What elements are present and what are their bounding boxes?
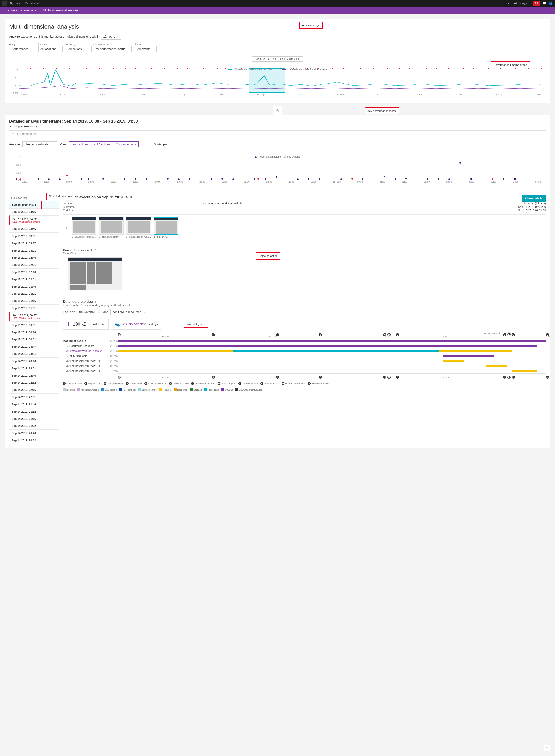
exec-item[interactable]: Sep 15 2019, 03:31 [9,233,59,240]
scatter-point[interactable] [319,178,320,180]
scatter-plot[interactable]: 30 s 20 s 10 s 0 ms 17:0017:3018:0018:30… [9,155,546,190]
exec-item[interactable]: Sep 15 2019, 02:46 [9,254,59,261]
exec-item[interactable]: Sep 15 2019, 02:31 [9,261,59,268]
scatter-point[interactable] [308,178,309,180]
waterfall-row[interactable]: /af-link-handler.html?ie=UTF-8&pl=%7B...… [63,363,546,368]
scatter-point[interactable] [88,178,89,180]
scatter-point[interactable] [470,178,472,180]
event-select[interactable]: All events⌄ [135,46,157,52]
scatter-point[interactable] [135,178,136,180]
exec-item[interactable]: Sep 15 2019, 01:31 [9,290,59,297]
screenshot-thumb[interactable]: 2 - click on "Search" [99,217,124,238]
exec-item[interactable]: Sep 14 2019, 23:16 [9,358,59,365]
scatter-point[interactable] [211,178,212,180]
exec-item[interactable]: Sep 15 2019, 00:01 [9,336,59,343]
waterfall-chart[interactable]: User interaction possible NRFSHIDCLLUV19… [63,333,546,379]
scatter-point[interactable] [59,178,60,180]
close-details-button[interactable]: Close details [522,195,546,202]
exec-item[interactable]: Sep 14 2019, 22:32 [9,379,59,386]
exec-item[interactable]: Sep 14 2019, 23:01 [9,365,59,372]
tab-load-actions[interactable]: Load actions [69,142,91,147]
exec-item[interactable]: Sep 15 2019, 04:021305 - Wait network ti… [9,215,59,225]
problems-badge[interactable]: 11 [533,1,540,6]
group-select[interactable]: don't group resources⌄ [110,309,147,315]
exec-item[interactable]: Sep 15 2019, 03:46 [9,225,59,233]
waterfall-row[interactable]: loading of page /s2.24 s [63,338,546,343]
exec-item[interactable]: Sep 14 2019, 22:16 [9,386,59,393]
timeline-selection[interactable] [249,68,285,93]
scatter-point[interactable] [405,178,407,179]
scatter-point[interactable] [124,178,125,180]
exec-item[interactable]: Sep 14 2019, 22:01 [9,393,59,401]
transfer-size-box[interactable]: ⬇ 190 kB Transfer size [63,319,109,330]
exec-item[interactable]: Sep 14 2019, 21:32 [9,408,59,415]
exec-item[interactable]: Sep 15 2019, 04:31 [9,201,59,208]
focus-select[interactable]: full waterfall⌄ [77,309,101,315]
tab-xhr-actions[interactable]: XHR actions [91,142,113,147]
visually-complete-box[interactable]: 👟 Visually complete findings [111,319,162,330]
scatter-point[interactable] [189,178,190,180]
exec-item[interactable]: Sep 14 2019, 21:16 [9,415,59,422]
scatter-point[interactable] [503,178,504,180]
breadcrumb-monitor[interactable]: amazon.in [20,9,40,12]
scatter-point[interactable] [362,178,364,180]
scatter-point[interactable] [257,178,259,180]
exec-item[interactable]: Sep 15 2019, 01:01 [9,304,59,312]
scatter-point[interactable] [254,178,255,180]
scatter-point[interactable] [340,178,342,180]
perf-metric-select[interactable]: Key performance metric⌄ [91,46,131,52]
scatter-point[interactable] [221,178,223,180]
scatter-point[interactable] [492,178,494,180]
exec-item[interactable]: Sep 15 2019, 00:471305 - Wait network ti… [9,312,59,321]
scatter-point[interactable] [48,178,50,180]
scatter-point[interactable] [449,178,450,180]
waterfall-row[interactable]: /af-link-handler.html?ie=UTF-8&pl=%7B...… [63,368,546,373]
exec-item[interactable]: Sep 14 2019, 23:31 [9,350,59,358]
scatter-point[interactable] [351,178,353,180]
scatter-point[interactable] [394,178,396,180]
carousel-next-icon[interactable]: › [540,225,545,230]
scatter-point[interactable] [66,175,68,176]
logo-icon[interactable] [2,1,7,6]
scatter-point[interactable] [438,178,439,180]
exec-item[interactable]: Sep 14 2019, 22:46 [9,372,59,379]
exec-item[interactable]: Sep 15 2019, 02:01 [9,276,59,283]
waterfall-row[interactable]: ⌄Document Requests2.18 s [63,343,546,348]
analyze-metric-select[interactable]: User action duration⌄ [23,141,57,148]
exec-item[interactable]: Sep 15 2019, 02:16 [9,268,59,276]
timeframe-selector[interactable]: Last 7 days [512,2,527,5]
scatter-point[interactable] [38,178,39,180]
carousel-prev-icon[interactable]: ‹ [64,225,69,230]
scatter-point[interactable] [427,178,428,180]
exec-item[interactable]: Sep 14 2019, 20:46 [9,429,59,437]
scatter-point[interactable] [265,178,266,180]
performance-timeline[interactable]: 7.5 s 5 s 2.5 s 0 ms 12. Sep12:0013. Sep… [9,68,546,103]
scatter-point[interactable] [19,178,21,180]
scatter-point[interactable] [275,176,277,178]
search-icon[interactable]: 🔍 [9,2,13,5]
scatter-point[interactable] [178,178,180,180]
user-icon[interactable]: 👥 [549,2,553,5]
zoom-reset-icon[interactable]: ⊖ [272,107,283,115]
timeframe-next-icon[interactable]: › [529,2,530,5]
screenshot-thumb[interactable]: 3 - keystrokes on "Search" [126,217,151,238]
exec-item[interactable]: Sep 15 2019, 03:17 [9,240,59,247]
exec-item[interactable]: Sep 15 2019, 00:16 [9,329,59,336]
scatter-point[interactable] [514,178,516,180]
breadcrumb-synthetic[interactable]: Synthetic [2,9,20,12]
exec-item[interactable]: Sep 15 2019, 03:01 [9,247,59,254]
timeframe-prev-icon[interactable]: ‹ [508,2,509,5]
chat-icon[interactable]: 💬 [543,2,546,5]
location-select[interactable]: All locations⌄ [38,46,62,52]
analyze-select[interactable]: Performance⌄ [9,46,35,52]
filter-executions-input[interactable]: Filter executions [9,130,546,137]
scatter-point[interactable] [232,178,234,180]
waterfall-row[interactable]: /af-link-handler.html?ie=UTF-8&pl=%7B...… [63,359,546,363]
waterfall-row[interactable]: ⌄XHR Requests504 ms [63,353,546,359]
exec-item[interactable]: Sep 15 2019, 01:46 [9,283,59,290]
exec-item[interactable]: Sep 14 2019, 21:02 [9,422,59,429]
scatter-point[interactable] [459,162,461,164]
selected-action-screenshot[interactable] [68,257,123,290]
scatter-point[interactable] [384,176,385,177]
scatter-point[interactable] [167,178,169,180]
